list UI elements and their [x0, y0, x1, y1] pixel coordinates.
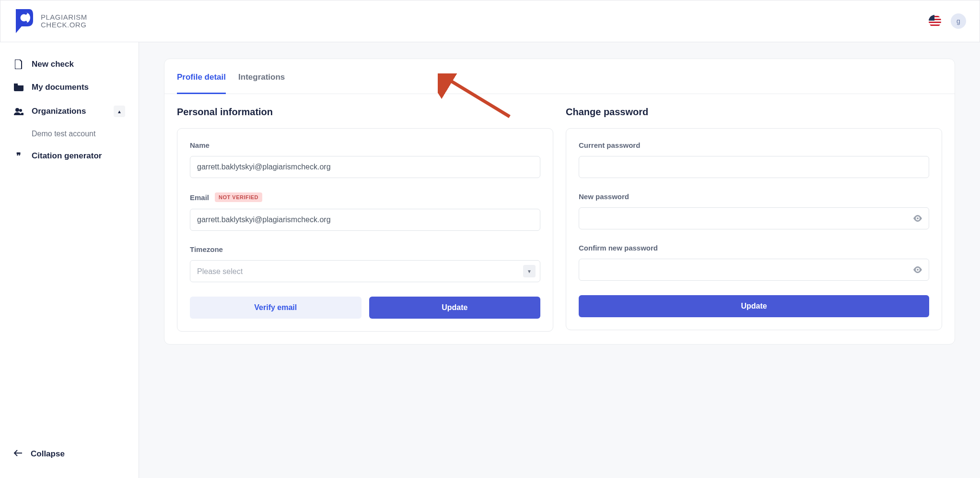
nav-new-check-label: New check: [32, 60, 74, 69]
svg-rect-7: [14, 84, 18, 85]
svg-point-12: [917, 269, 919, 271]
users-icon: [13, 108, 24, 115]
collapse-sidebar[interactable]: Collapse: [0, 442, 139, 466]
logo-icon: [14, 8, 35, 34]
quotes-icon: ❞: [13, 151, 24, 161]
nav-org-sub-label: Demo test account: [32, 130, 95, 138]
brand-line2: CHECK.ORG: [41, 21, 87, 29]
arrow-left-icon: [13, 449, 23, 459]
email-label: Email: [190, 193, 209, 202]
svg-rect-6: [929, 15, 934, 21]
svg-point-9: [19, 109, 22, 112]
change-password-title: Change password: [566, 107, 942, 118]
personal-info-panel: Personal information Name Email NOT VERI…: [177, 107, 553, 332]
nav-my-documents[interactable]: My documents: [10, 77, 129, 98]
new-password-input[interactable]: [579, 207, 929, 229]
nav-citation-label: Citation generator: [32, 151, 102, 161]
main-content: Profile detail Integrations Personal inf: [139, 42, 980, 478]
nav-org-sub-demo[interactable]: Demo test account: [10, 125, 129, 143]
confirm-password-input[interactable]: [579, 259, 929, 281]
brand-logo[interactable]: PLAGIARISM CHECK.ORG: [14, 8, 87, 34]
nav-organizations[interactable]: Organizations ▲: [10, 100, 129, 123]
confirm-password-label: Confirm new password: [579, 244, 929, 252]
personal-info-title: Personal information: [177, 107, 553, 118]
nav-new-check[interactable]: New check: [10, 54, 129, 75]
update-password-button[interactable]: Update: [579, 295, 929, 317]
tabs: Profile detail Integrations: [164, 59, 955, 94]
folder-icon: [13, 84, 24, 91]
verify-email-button[interactable]: Verify email: [190, 297, 362, 319]
current-password-input[interactable]: [579, 156, 929, 178]
email-input[interactable]: [190, 209, 540, 231]
name-label: Name: [190, 141, 540, 149]
language-flag-icon[interactable]: [929, 15, 941, 27]
nav-citation-generator[interactable]: ❞ Citation generator: [10, 145, 129, 167]
name-input[interactable]: [190, 156, 540, 178]
document-icon: [13, 60, 24, 69]
current-password-label: Current password: [579, 141, 929, 149]
nav-organizations-label: Organizations: [32, 107, 86, 116]
change-password-panel: Change password Current password New pas…: [566, 107, 942, 332]
new-password-label: New password: [579, 192, 929, 201]
svg-point-8: [15, 108, 19, 112]
tab-profile-detail[interactable]: Profile detail: [177, 59, 226, 94]
nav-my-documents-label: My documents: [32, 83, 89, 92]
svg-point-11: [917, 217, 919, 219]
timezone-label: Timezone: [190, 245, 540, 253]
tab-integrations[interactable]: Integrations: [238, 59, 285, 94]
header: PLAGIARISM CHECK.ORG g: [0, 0, 980, 42]
chevron-up-icon[interactable]: ▲: [114, 106, 125, 117]
eye-icon[interactable]: [913, 266, 922, 273]
svg-rect-5: [929, 24, 941, 26]
timezone-select[interactable]: Please select: [190, 260, 540, 282]
brand-line1: PLAGIARISM: [41, 13, 87, 22]
collapse-label: Collapse: [31, 449, 65, 459]
user-avatar[interactable]: g: [951, 13, 966, 29]
profile-card: Profile detail Integrations Personal inf: [164, 59, 955, 345]
eye-icon[interactable]: [913, 215, 922, 222]
avatar-initial: g: [957, 17, 960, 25]
svg-rect-4: [929, 22, 941, 23]
update-personal-button[interactable]: Update: [369, 297, 541, 319]
sidebar: New check My documents Organizations ▲: [0, 42, 139, 478]
email-not-verified-badge: NOT VERIFIED: [215, 192, 262, 202]
